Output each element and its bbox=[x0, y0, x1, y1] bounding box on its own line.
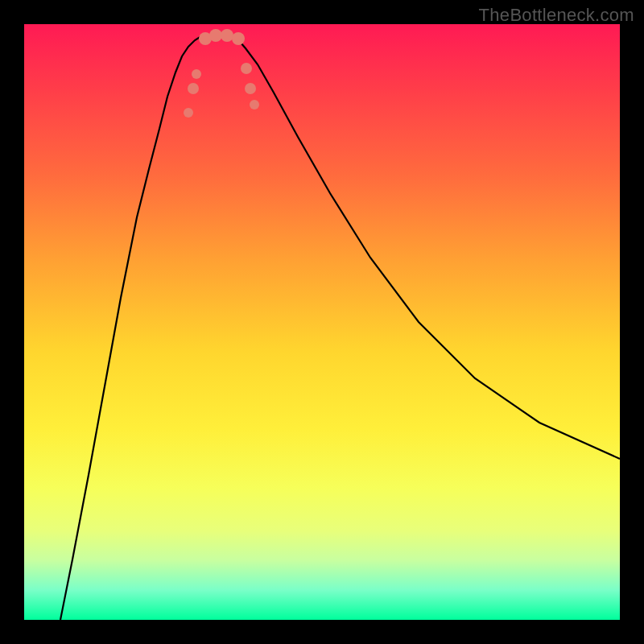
data-marker bbox=[188, 83, 199, 94]
data-marker bbox=[192, 69, 201, 79]
data-marker bbox=[209, 29, 222, 42]
curve-right bbox=[235, 36, 620, 459]
data-marker bbox=[250, 100, 259, 109]
markers-group bbox=[184, 29, 259, 118]
data-marker bbox=[232, 32, 245, 45]
watermark-text: TheBottleneck.com bbox=[479, 5, 634, 26]
chart-area bbox=[24, 24, 620, 620]
data-marker bbox=[241, 63, 252, 74]
data-marker bbox=[184, 108, 193, 118]
data-marker bbox=[221, 29, 233, 42]
chart-svg bbox=[24, 24, 620, 620]
curve-left bbox=[60, 36, 201, 620]
data-marker bbox=[245, 83, 256, 94]
